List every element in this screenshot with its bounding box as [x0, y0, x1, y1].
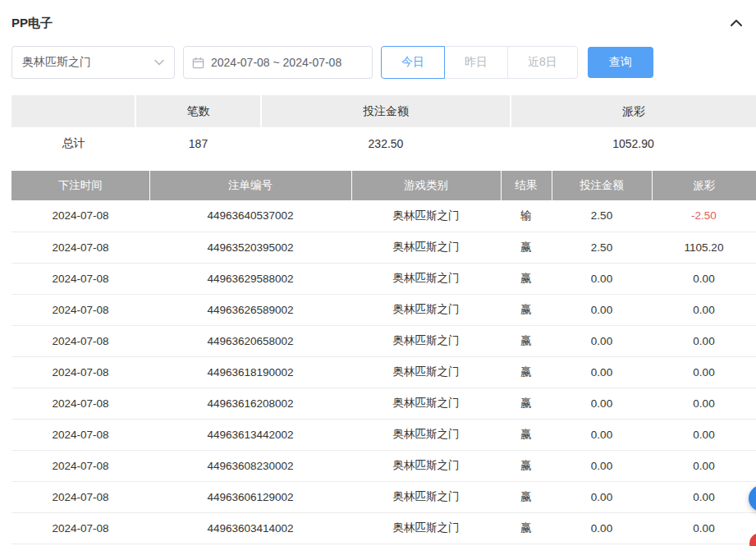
- summary-header-blank: [11, 95, 135, 127]
- summary-header-row: 笔数 投注金额 派彩: [11, 95, 756, 127]
- table-row: 2024-07-08 44963520395002 奥林匹斯之门 赢 2.50 …: [11, 232, 756, 263]
- page-title: PP电子: [11, 16, 53, 31]
- result-cell: 输: [501, 200, 552, 232]
- bet-amount-cell: 2.50: [552, 232, 652, 263]
- table-row: 2024-07-08 44963629588002 奥林匹斯之门 赢 0.00 …: [11, 263, 756, 294]
- bet-time-cell: 2024-07-08: [11, 263, 149, 294]
- bet-table-header-row: 下注时间 注单编号 游戏类别 结果 投注金额 派彩: [11, 171, 756, 200]
- game-type-cell: 奥林匹斯之门: [351, 200, 501, 232]
- table-row: 2024-07-08 44963606129002 奥林匹斯之门 赢 0.00 …: [11, 481, 756, 512]
- game-type-cell: 奥林匹斯之门: [351, 325, 501, 356]
- game-type-cell: 奥林匹斯之门: [351, 232, 501, 263]
- game-select-value: 奥林匹斯之门: [22, 55, 91, 70]
- summary-header-bet-amount: 投注金额: [261, 95, 511, 127]
- result-cell: 赢: [501, 481, 552, 512]
- table-row: 2024-07-08 44963603414002 奥林匹斯之门 赢 0.00 …: [11, 512, 756, 544]
- bet-amount-cell: 0.00: [552, 450, 652, 481]
- filter-bar: 奥林匹斯之门 2024-07-08 ~ 2024-07-08 今日 昨日 近8日…: [11, 46, 756, 79]
- result-cell: 赢: [501, 263, 552, 294]
- bet-amount-cell: 0.00: [552, 512, 652, 544]
- result-cell: 赢: [501, 232, 552, 263]
- result-cell: 赢: [501, 450, 552, 481]
- order-id-cell: 44963606129002: [149, 481, 351, 512]
- bet-time-cell: 2024-07-08: [11, 294, 149, 325]
- game-type-cell: 奥林匹斯之门: [351, 294, 501, 325]
- game-type-cell: 奥林匹斯之门: [351, 450, 501, 481]
- bet-time-cell: 2024-07-08: [11, 512, 149, 544]
- bet-time-cell: 2024-07-08: [11, 356, 149, 388]
- collapse-chevron-up-icon[interactable]: [730, 19, 743, 27]
- bet-amount-cell: 0.00: [552, 481, 652, 512]
- summary-table: 笔数 投注金额 派彩 总计 187 232.50 1052.90: [11, 95, 756, 160]
- result-cell: 赢: [501, 294, 552, 325]
- game-type-cell: 奥林匹斯之门: [351, 388, 501, 419]
- bet-time-cell: 2024-07-08: [11, 325, 149, 356]
- header-result: 结果: [501, 171, 552, 200]
- last-8-days-button[interactable]: 近8日: [507, 46, 578, 79]
- bet-time-cell: 2024-07-08: [11, 232, 149, 263]
- result-cell: 赢: [501, 419, 552, 450]
- summary-total-count: 187: [135, 127, 261, 160]
- payout-cell: 0.00: [652, 294, 756, 325]
- bet-amount-cell: 0.00: [552, 419, 652, 450]
- result-cell: 赢: [501, 325, 552, 356]
- bet-amount-cell: 0.00: [552, 388, 652, 419]
- pp-games-panel: PP电子 奥林匹斯之门 2024-07-08 ~ 2024-07-08 今日 昨…: [0, 0, 756, 544]
- bet-amount-cell: 2.50: [552, 200, 652, 232]
- summary-header-payout: 派彩: [511, 95, 756, 127]
- header-order-id: 注单编号: [149, 171, 351, 200]
- bet-time-cell: 2024-07-08: [11, 200, 149, 232]
- bet-time-cell: 2024-07-08: [11, 419, 149, 450]
- payout-cell: 0.00: [652, 356, 756, 388]
- payout-cell: 0.00: [652, 419, 756, 450]
- order-id-cell: 44963613442002: [149, 419, 351, 450]
- order-id-cell: 44963520395002: [149, 232, 351, 263]
- game-type-cell: 奥林匹斯之门: [351, 419, 501, 450]
- quick-date-button-group: 今日 昨日 近8日: [381, 46, 578, 79]
- payout-cell: 0.00: [652, 388, 756, 419]
- bet-amount-cell: 0.00: [552, 325, 652, 356]
- game-type-cell: 奥林匹斯之门: [351, 512, 501, 544]
- bet-time-cell: 2024-07-08: [11, 388, 149, 419]
- order-id-cell: 44963618190002: [149, 356, 351, 388]
- payout-cell: 0.00: [652, 481, 756, 512]
- bet-time-cell: 2024-07-08: [11, 481, 149, 512]
- bet-amount-cell: 0.00: [552, 263, 652, 294]
- order-id-cell: 44963640537002: [149, 200, 351, 232]
- header-game-type: 游戏类别: [351, 171, 501, 200]
- summary-total-payout: 1052.90: [511, 127, 756, 160]
- order-id-cell: 44963626589002: [149, 294, 351, 325]
- chevron-down-icon: [154, 59, 164, 66]
- order-id-cell: 44963616208002: [149, 388, 351, 419]
- summary-total-label: 总计: [11, 127, 135, 160]
- bet-amount-cell: 0.00: [552, 356, 652, 388]
- game-type-cell: 奥林匹斯之门: [351, 263, 501, 294]
- result-cell: 赢: [501, 512, 552, 544]
- summary-header-count: 笔数: [135, 95, 261, 127]
- calendar-icon: [192, 57, 204, 69]
- table-row: 2024-07-08 44963613442002 奥林匹斯之门 赢 0.00 …: [11, 419, 756, 450]
- game-select[interactable]: 奥林匹斯之门: [11, 46, 175, 79]
- order-id-cell: 44963629588002: [149, 263, 351, 294]
- summary-total-row: 总计 187 232.50 1052.90: [11, 127, 756, 160]
- table-row: 2024-07-08 44963608230002 奥林匹斯之门 赢 0.00 …: [11, 450, 756, 481]
- payout-cell: 0.00: [652, 450, 756, 481]
- date-range-picker[interactable]: 2024-07-08 ~ 2024-07-08: [183, 46, 373, 79]
- table-row: 2024-07-08 44963616208002 奥林匹斯之门 赢 0.00 …: [11, 388, 756, 419]
- table-row: 2024-07-08 44963618190002 奥林匹斯之门 赢 0.00 …: [11, 356, 756, 388]
- header-bet-amount: 投注金额: [552, 171, 652, 200]
- order-id-cell: 44963608230002: [149, 450, 351, 481]
- result-cell: 赢: [501, 356, 552, 388]
- header-payout: 派彩: [652, 171, 756, 200]
- payout-cell: 0.00: [652, 263, 756, 294]
- search-button[interactable]: 查询: [588, 47, 653, 78]
- today-button[interactable]: 今日: [381, 46, 445, 79]
- yesterday-button[interactable]: 昨日: [444, 46, 508, 79]
- game-type-cell: 奥林匹斯之门: [351, 481, 501, 512]
- order-id-cell: 44963603414002: [149, 512, 351, 544]
- game-type-cell: 奥林匹斯之门: [351, 356, 501, 388]
- bet-amount-cell: 0.00: [552, 294, 652, 325]
- bet-table: 下注时间 注单编号 游戏类别 结果 投注金额 派彩 2024-07-08 449…: [11, 171, 756, 544]
- payout-cell: 1105.20: [652, 232, 756, 263]
- summary-total-bet-amount: 232.50: [261, 127, 511, 160]
